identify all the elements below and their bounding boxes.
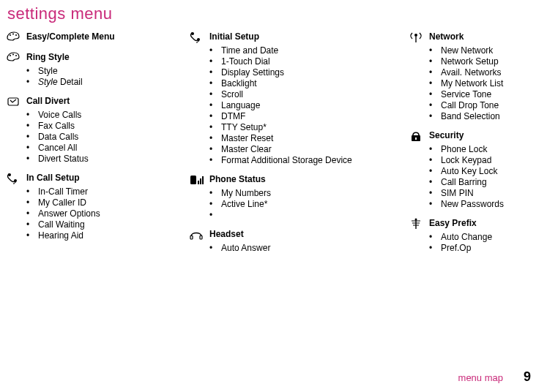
page: settings menu Easy/Complete MenuRing Sty… (0, 0, 547, 392)
list-item-label: Auto Answer (221, 243, 270, 254)
list-item: Fax Calls (26, 121, 160, 132)
list-item: Avail. Networks (429, 67, 547, 78)
list-item-label: Avail. Networks (441, 67, 501, 78)
list-item-label: My Numbers (221, 188, 271, 199)
list-item-label: Call Drop Tone (441, 100, 499, 111)
list-item: Master Clear (209, 144, 379, 155)
section-body: In-Call TimerMy Caller IDAnswer OptionsC… (6, 186, 160, 241)
section-header: In Call Setup (6, 172, 160, 185)
list-item: Call Barring (429, 177, 547, 188)
list-item-label: Fax Calls (38, 121, 75, 132)
item-list: Auto Answer (209, 243, 379, 254)
item-list: StyleStyle Detail (26, 66, 160, 88)
list-item-label: 1-Touch Dial (221, 56, 270, 67)
list-item-label: Voice Calls (38, 110, 81, 121)
column-3: NetworkNew NetworkNetwork SetupAvail. Ne… (409, 31, 547, 261)
section: SecurityPhone LockLock KeypadAuto Key Lo… (409, 129, 547, 210)
list-item-label: SIM PIN (441, 188, 474, 199)
list-item-label: Cancel All (38, 143, 77, 154)
list-item-label: Auto Key Lock (441, 166, 497, 177)
item-list: Voice CallsFax CallsData CallsCancel All… (26, 110, 160, 165)
section-header: Network (409, 31, 547, 44)
headset-icon (189, 228, 204, 241)
section-header: Call Divert (6, 95, 160, 108)
list-item: Phone Lock (429, 144, 547, 155)
list-item: Backlight (209, 78, 379, 89)
list-item: Auto Change (429, 232, 547, 243)
section-header: Security (409, 129, 547, 143)
list-item: Pref.Op (429, 243, 547, 254)
section-body: Auto ChangePref.Op (409, 232, 547, 254)
list-item: Hearing Aid (26, 230, 160, 241)
item-list: Phone LockLock KeypadAuto Key LockCall B… (429, 144, 547, 210)
list-item-label: Active Line* (221, 199, 267, 210)
section: NetworkNew NetworkNetwork SetupAvail. Ne… (409, 31, 547, 122)
list-item: Lock Keypad (429, 155, 547, 166)
list-item: TTY Setup* (209, 122, 379, 133)
list-item (209, 210, 379, 221)
list-item-label: Master Clear (221, 144, 272, 155)
handset-cord-icon (189, 31, 204, 44)
list-item-label: TTY Setup* (221, 122, 267, 133)
section-title: In Call Setup (26, 172, 80, 184)
handset-cord-icon (6, 172, 21, 185)
section-header: Headset (189, 228, 379, 241)
antenna-icon (409, 31, 423, 44)
list-item: My Caller ID (26, 197, 160, 208)
palette-icon (6, 51, 21, 64)
list-item-label: Time and Date (221, 45, 278, 56)
list-item: Auto Key Lock (429, 166, 547, 177)
section-body: Auto Answer (189, 243, 379, 254)
list-item-label: DTMF (221, 111, 245, 122)
section-title: Ring Style (26, 51, 70, 63)
section-body: New NetworkNetwork SetupAvail. NetworksM… (409, 45, 547, 122)
page-title: settings menu (7, 4, 534, 23)
section: HeadsetAuto Answer (189, 228, 379, 254)
column-2: Initial SetupTime and Date1-Touch DialDi… (189, 31, 379, 261)
section-header: Easy/Complete Menu (6, 31, 160, 44)
list-item-label: Auto Change (441, 232, 492, 243)
list-item: Band Selection (429, 111, 547, 122)
section-header: Ring Style (6, 51, 160, 64)
list-item: Network Setup (429, 56, 547, 67)
section-title: Easy Prefix (429, 217, 477, 229)
list-item-label: Call Barring (441, 177, 487, 188)
columns: Easy/Complete MenuRing StyleStyleStyle D… (6, 31, 534, 261)
list-item-label: Style (38, 66, 58, 77)
list-item-label: Call Waiting (38, 219, 85, 230)
list-item-label: Phone Lock (441, 144, 487, 155)
list-item: Voice Calls (26, 110, 160, 121)
footer-page-number: 9 (524, 369, 531, 385)
item-list: Time and Date1-Touch DialDisplay Setting… (209, 45, 379, 166)
list-item-label: Pref.Op (441, 243, 471, 254)
list-item: New Passwords (429, 199, 547, 210)
item-list: New NetworkNetwork SetupAvail. NetworksM… (429, 45, 547, 122)
list-item: Divert Status (26, 154, 160, 165)
list-item-label: Master Reset (221, 133, 273, 144)
section-title: Headset (209, 228, 244, 240)
list-item: SIM PIN (429, 188, 547, 199)
section-title: Network (429, 31, 464, 42)
footer: menu map 9 (458, 369, 531, 385)
list-item: My Numbers (209, 188, 379, 199)
list-item-label: Lock Keypad (441, 155, 491, 166)
list-item: Call Drop Tone (429, 100, 547, 111)
list-item-label: New Network (441, 45, 493, 56)
list-item-label: Data Calls (38, 132, 78, 143)
list-item: New Network (429, 45, 547, 56)
section-title: Security (429, 129, 464, 141)
item-list: In-Call TimerMy Caller IDAnswer OptionsC… (26, 186, 160, 241)
item-list: My NumbersActive Line* (209, 188, 379, 221)
section-header: Initial Setup (189, 31, 379, 44)
palette-icon (6, 31, 21, 44)
list-item: Answer Options (26, 208, 160, 219)
section-title: Phone Status (209, 173, 266, 185)
footer-text: menu map (458, 372, 503, 383)
list-item: Style (26, 66, 160, 77)
section: Easy/Complete Menu (6, 31, 160, 44)
list-item: Auto Answer (209, 243, 379, 254)
section: Ring StyleStyleStyle Detail (6, 51, 160, 88)
section-body: Phone LockLock KeypadAuto Key LockCall B… (409, 144, 547, 210)
column-1: Easy/Complete MenuRing StyleStyleStyle D… (6, 31, 160, 261)
list-item-label: My Caller ID (38, 197, 86, 208)
